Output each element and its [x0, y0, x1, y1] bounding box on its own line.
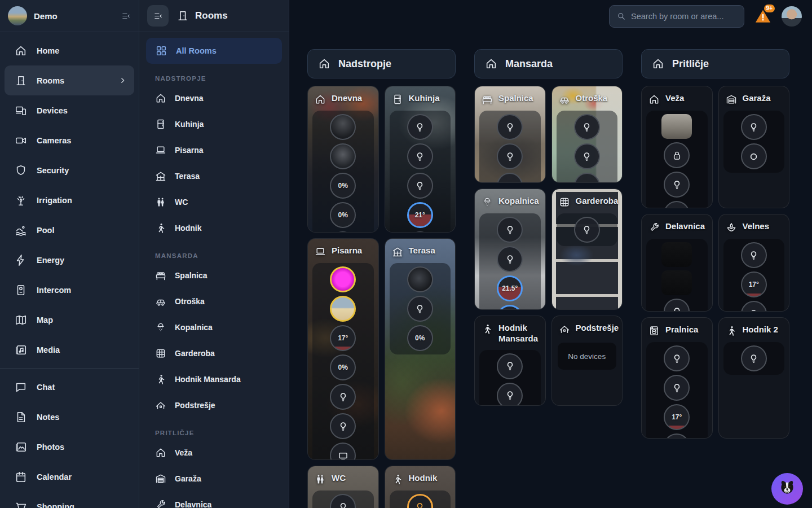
- room-nav-item-kuhinja[interactable]: Kuhinja: [146, 111, 282, 137]
- room-card-header[interactable]: Kuhinja: [385, 86, 456, 110]
- room-card-header[interactable]: Hodnik 2: [719, 318, 789, 341]
- sidebar-item-home[interactable]: Home: [0, 36, 139, 65]
- light-button[interactable]: [497, 246, 523, 272]
- room-nav-item-garaza[interactable]: Garaža: [146, 466, 282, 492]
- light-button[interactable]: [741, 301, 767, 312]
- room-nav-item-hodnik-mansarda[interactable]: Hodnik Mansarda: [146, 366, 282, 392]
- light-button[interactable]: [574, 217, 600, 243]
- room-nav-item-terasa[interactable]: Terasa: [146, 163, 282, 189]
- camera-thumbnail[interactable]: [661, 242, 692, 267]
- light-button[interactable]: [497, 217, 523, 243]
- camera-thumbnail[interactable]: [661, 114, 692, 139]
- thermostat-button[interactable]: 21°: [497, 173, 523, 183]
- room-card-header[interactable]: Hodnik Mansarda: [475, 316, 545, 349]
- light-button[interactable]: [497, 143, 523, 169]
- light-button[interactable]: [407, 296, 433, 322]
- sidebar-item-cameras[interactable]: Cameras: [0, 125, 139, 155]
- outlet-button[interactable]: [741, 143, 767, 169]
- lamp-button[interactable]: [664, 433, 690, 439]
- search-input[interactable]: [631, 12, 737, 21]
- thermostat-button[interactable]: 17°: [741, 271, 767, 297]
- collapse-rooms-panel-button[interactable]: [147, 5, 169, 27]
- room-card-header[interactable]: Terasa: [385, 239, 456, 262]
- light-button[interactable]: [664, 345, 690, 371]
- camera-thumbnail[interactable]: [661, 270, 692, 295]
- room-nav-item-podstresje[interactable]: Podstrešje: [146, 392, 282, 418]
- thermostat-button[interactable]: 17°: [664, 404, 690, 430]
- sidebar-item-map[interactable]: Map: [0, 305, 139, 335]
- sidebar-item-calendar[interactable]: Calendar: [0, 462, 139, 492]
- room-nav-item-delavnica[interactable]: Delavnica: [146, 492, 282, 508]
- light-button[interactable]: [497, 353, 523, 379]
- room-nav-item-kopalnica[interactable]: Kopalnica: [146, 314, 282, 340]
- room-nav-item-dnevna[interactable]: Dnevna: [146, 85, 282, 111]
- sidebar-item-media[interactable]: Media: [0, 335, 139, 365]
- room-card-header[interactable]: Otroška: [552, 86, 623, 110]
- climate-button[interactable]: [497, 305, 523, 310]
- thermostat-button[interactable]: 21°: [574, 173, 600, 183]
- light-button[interactable]: [664, 201, 690, 208]
- thermostat-button[interactable]: 21°: [407, 202, 433, 228]
- sidebar-item-energy[interactable]: Energy: [0, 245, 139, 275]
- light-button[interactable]: [407, 143, 433, 169]
- collapse-sidebar-icon[interactable]: [121, 11, 131, 21]
- room-nav-item-spalnica[interactable]: Spalnica: [146, 262, 282, 288]
- light-button[interactable]: [664, 299, 690, 312]
- room-card-header[interactable]: Kopalnica: [475, 189, 545, 212]
- room-card-header[interactable]: Hodnik: [385, 466, 456, 489]
- light-button[interactable]: [330, 413, 356, 439]
- light-button[interactable]: [330, 384, 356, 410]
- room-card-header[interactable]: Garderoba: [552, 189, 623, 212]
- assistant-dog-button[interactable]: [771, 473, 803, 505]
- thermostat-button[interactable]: 21°: [330, 231, 356, 233]
- group-header-pritlicje[interactable]: Pritličje: [641, 49, 789, 78]
- light-button[interactable]: [664, 172, 690, 198]
- room-card-header[interactable]: Podstrešje: [552, 316, 623, 339]
- lock-button[interactable]: [664, 142, 690, 168]
- room-card-header[interactable]: Pisarna: [308, 239, 378, 262]
- sidebar-item-devices[interactable]: Devices: [0, 95, 139, 125]
- light-button[interactable]: [741, 345, 767, 371]
- light-button[interactable]: [741, 242, 767, 268]
- sidebar-item-irrigation[interactable]: Irrigation: [0, 185, 139, 215]
- light-button[interactable]: [330, 494, 356, 508]
- room-nav-item-wc[interactable]: WC: [146, 189, 282, 215]
- light-button[interactable]: [574, 114, 600, 140]
- room-card-header[interactable]: Delavnica: [642, 214, 712, 238]
- dimmer-button[interactable]: 0%: [407, 325, 433, 351]
- device-photo-button[interactable]: [330, 266, 356, 292]
- sidebar-item-chat[interactable]: Chat: [0, 372, 139, 402]
- light-button[interactable]: [407, 173, 433, 199]
- light-button[interactable]: [497, 383, 523, 406]
- sidebar-item-shopping[interactable]: Shopping: [0, 492, 139, 508]
- room-card-header[interactable]: Veža: [642, 86, 712, 110]
- thermostat-button[interactable]: 21.5°: [497, 275, 523, 301]
- home-logo-image[interactable]: [8, 6, 27, 25]
- sidebar-item-photos[interactable]: Photos: [0, 432, 139, 462]
- dimmer-button[interactable]: 0%: [330, 173, 356, 199]
- group-header-nadstropje[interactable]: Nadstropje: [307, 49, 456, 78]
- light-button[interactable]: [497, 114, 523, 140]
- device-photo-button[interactable]: [330, 296, 356, 322]
- room-nav-item-pisarna[interactable]: Pisarna: [146, 137, 282, 163]
- light-button[interactable]: [574, 143, 600, 169]
- group-header-mansarda[interactable]: Mansarda: [474, 49, 623, 78]
- dimmer-button[interactable]: 0%: [330, 202, 356, 228]
- light-button[interactable]: [664, 375, 690, 401]
- room-nav-item-hodnik[interactable]: Hodnik: [146, 215, 282, 241]
- light-button[interactable]: [407, 114, 433, 140]
- dimmer-button[interactable]: 0%: [330, 354, 356, 380]
- room-nav-item-garderoba[interactable]: Garderoba: [146, 340, 282, 366]
- room-card-header[interactable]: Velnes: [719, 214, 789, 238]
- thermostat-button[interactable]: 17°: [330, 325, 356, 351]
- device-photo-button[interactable]: [330, 143, 356, 169]
- sidebar-item-pool[interactable]: Pool: [0, 215, 139, 245]
- room-nav-item-otroska[interactable]: Otroška: [146, 288, 282, 314]
- user-avatar[interactable]: [782, 6, 802, 27]
- room-card-header[interactable]: Spalnica: [475, 86, 545, 110]
- monitor-button[interactable]: [330, 443, 356, 460]
- notifications-button[interactable]: 9+: [753, 6, 773, 27]
- light-button[interactable]: [741, 114, 767, 140]
- room-card-header[interactable]: Garaža: [719, 86, 789, 110]
- sidebar-item-rooms[interactable]: Rooms: [5, 65, 134, 95]
